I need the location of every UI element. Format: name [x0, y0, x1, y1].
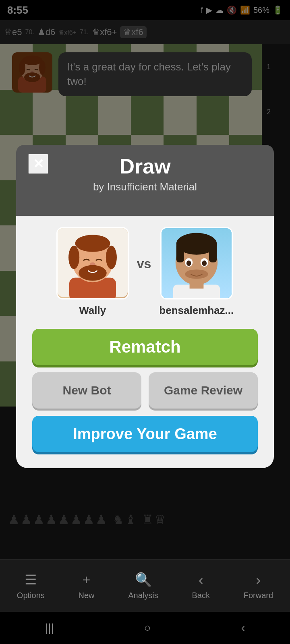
- players-row: Wally vs: [32, 227, 258, 317]
- svg-rect-22: [209, 243, 217, 262]
- nav-forward-label: Forward: [244, 591, 273, 600]
- player2-name: bensalemhaz...: [159, 304, 234, 317]
- player1-name: Wally: [79, 304, 106, 317]
- player2-card: bensalemhaz...: [159, 227, 234, 317]
- player1-avatar: [56, 227, 129, 299]
- options-icon: ☰: [25, 572, 37, 588]
- back-icon: ‹: [199, 572, 203, 588]
- rematch-button[interactable]: Rematch: [32, 329, 258, 365]
- improve-button[interactable]: Improve Your Game: [32, 416, 258, 452]
- secondary-buttons-row: New Bot Game Review: [32, 372, 258, 409]
- sys-recent-button[interactable]: |||: [45, 621, 54, 634]
- player1-card: Wally: [56, 227, 129, 317]
- bottom-nav: ☰ Options + New 🔍 Analysis ‹ Back › Forw…: [0, 559, 290, 612]
- human-avatar-icon: [162, 227, 232, 299]
- nav-analysis-label: Analysis: [128, 591, 158, 600]
- nav-options[interactable]: ☰ Options: [17, 572, 45, 600]
- modal-header: ✕ Draw by Insufficient Material: [16, 145, 274, 216]
- draw-modal: ✕ Draw by Insufficient Material: [16, 145, 274, 468]
- svg-point-10: [75, 235, 110, 252]
- system-nav-bar: ||| ○ ‹: [0, 612, 290, 644]
- forward-icon: ›: [256, 572, 261, 588]
- wally-modal-avatar-icon: [58, 227, 128, 298]
- player2-avatar: [160, 227, 233, 299]
- svg-point-11: [68, 246, 79, 269]
- modal-overlay: ✕ Draw by Insufficient Material: [0, 0, 290, 644]
- new-icon: +: [83, 572, 91, 588]
- new-bot-button[interactable]: New Bot: [32, 372, 141, 409]
- modal-subtitle: by Insufficient Material: [32, 181, 258, 193]
- svg-point-27: [185, 269, 208, 279]
- nav-back[interactable]: ‹ Back: [192, 572, 210, 600]
- close-button[interactable]: ✕: [28, 154, 48, 174]
- nav-analysis[interactable]: 🔍 Analysis: [128, 572, 158, 600]
- modal-title: Draw: [32, 154, 258, 178]
- game-review-button[interactable]: Game Review: [149, 372, 258, 409]
- nav-forward[interactable]: › Forward: [244, 572, 273, 600]
- nav-back-label: Back: [192, 591, 210, 600]
- vs-label: vs: [137, 256, 151, 271]
- sys-home-button[interactable]: ○: [144, 621, 151, 634]
- svg-rect-21: [176, 243, 184, 262]
- nav-new[interactable]: + New: [79, 572, 95, 600]
- nav-options-label: Options: [17, 591, 45, 600]
- svg-point-26: [202, 260, 207, 266]
- sys-back-button[interactable]: ‹: [241, 621, 245, 634]
- nav-new-label: New: [79, 591, 95, 600]
- svg-point-25: [186, 260, 191, 266]
- svg-point-12: [106, 246, 117, 269]
- analysis-icon: 🔍: [135, 572, 152, 588]
